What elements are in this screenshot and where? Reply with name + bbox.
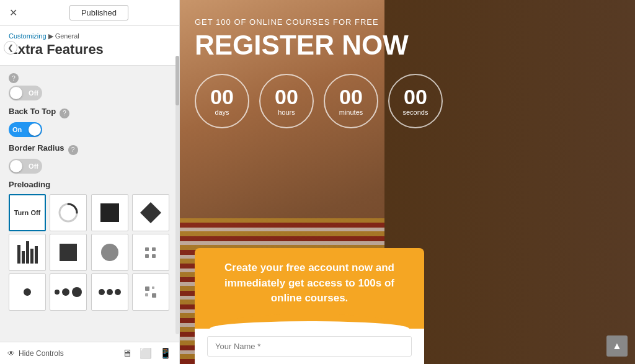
scroll-top-icon: ▲ [612,340,622,352]
countdown-minutes-value: 00 [339,86,363,107]
back-to-top-toggle-label: On [12,126,22,133]
border-radius-row: Border Radius ? Off [9,143,171,174]
countdown-hours: 00 hours [259,74,314,128]
countdown-seconds: 00 seconds [388,74,443,128]
yellow-card-text: Create your free account now and immedia… [210,260,409,306]
toggle1-switch[interactable]: Off [9,86,42,100]
toggle1-knob [10,87,22,99]
preload-dots-var[interactable] [132,273,169,311]
left-panel: ✕ Published ❮ Customizing ▶ General Extr… [0,0,180,364]
preloading-grid: Turn Off [9,194,171,311]
preview-content: GET 100 OF ONLINE COURSES FOR FREE REGIS… [180,0,635,128]
countdown-minutes: 00 minutes [324,74,378,128]
breadcrumb-parent[interactable]: Customizing [9,32,47,40]
back-to-top-label: Back To Top [9,107,56,116]
desktop-view-icon[interactable]: 🖥 [122,348,132,359]
circle-gray-icon [101,244,118,261]
scroll-bar[interactable] [175,56,179,334]
preload-bars[interactable] [9,234,46,271]
back-to-top-switch[interactable]: On [9,122,42,137]
back-to-top-row: Back To Top ? On [9,107,171,137]
preload-turn-off[interactable]: Turn Off [9,194,46,231]
preview-subtitle: GET 100 OF ONLINE COURSES FOR FREE [195,17,620,27]
dots-lg-icon [99,289,121,295]
hide-controls-label: Hide Controls [19,349,64,358]
tablet-view-icon[interactable]: ⬜ [140,347,152,359]
page-title: Extra Features [9,40,171,63]
bars-icon [17,241,38,264]
bottom-bar: 👁 Hide Controls 🖥 ⬜ 📱 [0,342,179,364]
back-to-top-knob [29,123,41,136]
border-radius-knob [10,160,22,172]
countdown-days: 00 days [195,74,249,128]
toggle1-help-icon[interactable]: ? [9,73,19,83]
breadcrumb-child: General [55,32,79,40]
panel-content: ? Off Back To Top ? On Border Radius ? [0,66,179,342]
square-solid-icon [100,203,119,222]
preload-dots-lg[interactable] [91,273,128,311]
countdown-seconds-value: 00 [404,86,427,107]
preload-diamond[interactable] [132,194,169,231]
back-to-top-help-icon[interactable]: ? [60,109,69,118]
eye-icon: 👁 [7,349,15,358]
square-dark-icon [60,244,77,261]
preview-area: GET 100 OF ONLINE COURSES FOR FREE REGIS… [180,0,635,364]
name-input[interactable] [207,336,412,357]
countdown-minutes-label: minutes [339,109,363,116]
mobile-view-icon[interactable]: 📱 [159,347,172,359]
dot-single-icon [24,288,31,296]
breadcrumb: Customizing ▶ General [9,32,171,40]
toggle1-label: Off [29,89,38,97]
dots-med-icon [55,287,82,297]
top-bar: ✕ Published [0,0,179,26]
yellow-card-wrapper: Create your free account now and immedia… [195,248,424,364]
countdown-seconds-label: seconds [403,109,429,116]
toggle1-row: ? Off [9,73,171,100]
close-button[interactable]: ✕ [6,6,20,20]
countdown-days-label: days [215,109,229,116]
scroll-to-top-button[interactable]: ▲ [606,335,628,357]
dots-var-icon [145,286,156,298]
published-button[interactable]: Published [69,5,128,20]
preload-circle-gray[interactable] [91,234,128,271]
countdown-hours-value: 00 [275,86,298,107]
countdown: 00 days 00 hours 00 minutes 00 seconds [195,74,620,128]
border-radius-toggle-label: Off [29,162,38,170]
border-radius-switch[interactable]: Off [9,159,42,174]
countdown-hours-label: hours [278,109,295,116]
preload-arc-spinner[interactable] [50,194,87,231]
scroll-thumb [175,56,179,105]
border-radius-label: Border Radius [9,143,64,153]
countdown-days-value: 00 [210,86,234,107]
preload-square-dark[interactable] [50,234,87,271]
preload-dots-sm[interactable] [132,234,169,271]
preloading-section: Preloading Turn Off [9,180,171,311]
preload-square-solid[interactable] [91,194,128,231]
diamond-icon [140,202,161,223]
breadcrumb-section: ❮ Customizing ▶ General Extra Features [0,26,179,66]
border-radius-help-icon[interactable]: ? [68,145,78,155]
preload-turn-off-label: Turn Off [14,209,41,216]
preview-title: REGISTER NOW [195,30,620,60]
dots-sm-icon [145,247,156,258]
hide-controls-button[interactable]: 👁 Hide Controls [7,349,64,358]
preloading-label: Preloading [9,180,171,189]
preload-dot-single[interactable] [9,273,46,311]
preload-dots-med[interactable] [50,273,87,311]
back-arrow-button[interactable]: ❮ [4,41,17,55]
arc-spinner-icon [57,202,79,224]
